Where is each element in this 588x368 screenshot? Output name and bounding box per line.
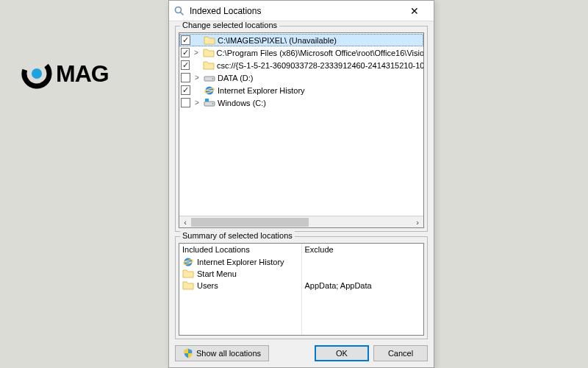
- indexed-locations-dialog: Indexed Locations ✕ Change selected loca…: [168, 0, 434, 368]
- group-summary-label: Summary of selected locations: [180, 231, 295, 240]
- tree-row[interactable]: >C:\Program Files (x86)\Microsoft Office…: [179, 46, 423, 59]
- tree-checkbox[interactable]: [181, 73, 190, 82]
- folder-icon: [203, 47, 215, 59]
- tree-checkbox[interactable]: [181, 98, 190, 107]
- included-header: Included Locations: [182, 245, 298, 254]
- horizontal-scrollbar[interactable]: ‹ ›: [179, 216, 423, 227]
- cancel-button[interactable]: Cancel: [373, 345, 428, 361]
- tree-checkbox[interactable]: [181, 60, 190, 70]
- tree-row-label: Internet Explorer History: [218, 86, 305, 95]
- svg-line-3: [181, 12, 184, 15]
- tree-row[interactable]: C:\IMAGES\PIXEL\ (Unavailable): [179, 34, 423, 46]
- excluded-row: AppData; AppData: [305, 280, 421, 291]
- scroll-left-icon[interactable]: ‹: [179, 216, 191, 228]
- excluded-row: [305, 268, 421, 280]
- drive-icon: [204, 72, 215, 84]
- brand-logo: MAG: [21, 57, 109, 90]
- tree-checkbox[interactable]: [181, 35, 190, 45]
- included-row[interactable]: Internet Explorer History: [182, 256, 298, 268]
- included-row-label: Internet Explorer History: [197, 258, 284, 266]
- cancel-label: Cancel: [388, 349, 413, 358]
- expander-icon[interactable]: >: [193, 74, 201, 82]
- excluded-header: Exclude: [305, 245, 421, 254]
- included-row[interactable]: Start Menu: [182, 268, 298, 280]
- tree-row-label: csc://{S-1-5-21-3609033728-2333912460-24…: [217, 61, 423, 70]
- included-row-label: Users: [197, 281, 218, 290]
- scroll-thumb[interactable]: [191, 218, 309, 227]
- folder-icon: [182, 268, 194, 280]
- summary-excluded-column: Exclude AppData; AppData: [301, 244, 424, 335]
- uac-shield-icon: [183, 348, 193, 358]
- tree-row[interactable]: >DATA (D:): [179, 71, 423, 84]
- included-row-label: Start Menu: [197, 269, 237, 278]
- ok-button[interactable]: OK: [315, 345, 369, 361]
- tree-container: C:\IMAGES\PIXEL\ (Unavailable)>C:\Progra…: [179, 32, 424, 228]
- group-summary: Summary of selected locations Included L…: [175, 236, 428, 339]
- excluded-row-label: AppData; AppData: [305, 281, 372, 290]
- excluded-row: [305, 256, 421, 268]
- show-all-locations-label: Show all locations: [196, 349, 261, 358]
- svg-rect-9: [205, 99, 209, 102]
- dialog-title: Indexed Locations: [190, 6, 401, 16]
- dialog-body: Change selected locations C:\IMAGES\PIXE…: [169, 21, 434, 367]
- app-icon: [173, 5, 185, 17]
- tree-row-label: C:\IMAGES\PIXEL\ (Unavailable): [218, 36, 337, 45]
- scroll-right-icon[interactable]: ›: [412, 216, 423, 228]
- show-all-locations-button[interactable]: Show all locations: [175, 345, 269, 361]
- tree-checkbox[interactable]: [181, 85, 190, 95]
- ie-icon: [204, 85, 215, 96]
- expander-icon[interactable]: >: [192, 49, 200, 57]
- sysdrive-icon: [204, 97, 215, 109]
- summary-panel: Included Locations Internet Explorer His…: [179, 243, 424, 336]
- svg-point-1: [32, 68, 42, 79]
- locations-tree[interactable]: C:\IMAGES\PIXEL\ (Unavailable)>C:\Progra…: [179, 32, 424, 228]
- titlebar[interactable]: Indexed Locations ✕: [169, 1, 434, 21]
- group-change-locations: Change selected locations C:\IMAGES\PIXE…: [175, 26, 428, 232]
- tree-row[interactable]: Internet Explorer History: [179, 84, 423, 96]
- tree-checkbox[interactable]: [181, 48, 190, 57]
- ok-label: OK: [336, 349, 348, 358]
- expander-icon[interactable]: >: [193, 99, 201, 107]
- group-change-label: Change selected locations: [180, 21, 279, 29]
- logo-mark-icon: [21, 57, 53, 90]
- tree-row[interactable]: csc://{S-1-5-21-3609033728-2333912460-24…: [179, 59, 423, 71]
- svg-point-5: [212, 78, 214, 79]
- close-button[interactable]: ✕: [401, 4, 428, 18]
- button-row: Show all locations OK Cancel: [175, 344, 428, 361]
- ie-icon: [182, 256, 194, 268]
- tree-row-label: Windows (C:): [218, 99, 266, 107]
- tree-row[interactable]: >Windows (C:): [179, 96, 423, 109]
- scroll-track[interactable]: [191, 216, 412, 228]
- tree-row-label: DATA (D:): [218, 74, 253, 82]
- folder-icon: [203, 60, 215, 71]
- folder-icon: [182, 280, 194, 291]
- summary-included-column: Included Locations Internet Explorer His…: [179, 244, 301, 335]
- logo-text: MAG: [56, 60, 109, 88]
- included-row[interactable]: Users: [182, 280, 298, 291]
- folder-icon: [204, 35, 215, 46]
- tree-row-label: C:\Program Files (x86)\Microsoft Office\…: [217, 49, 423, 57]
- svg-point-10: [212, 103, 214, 105]
